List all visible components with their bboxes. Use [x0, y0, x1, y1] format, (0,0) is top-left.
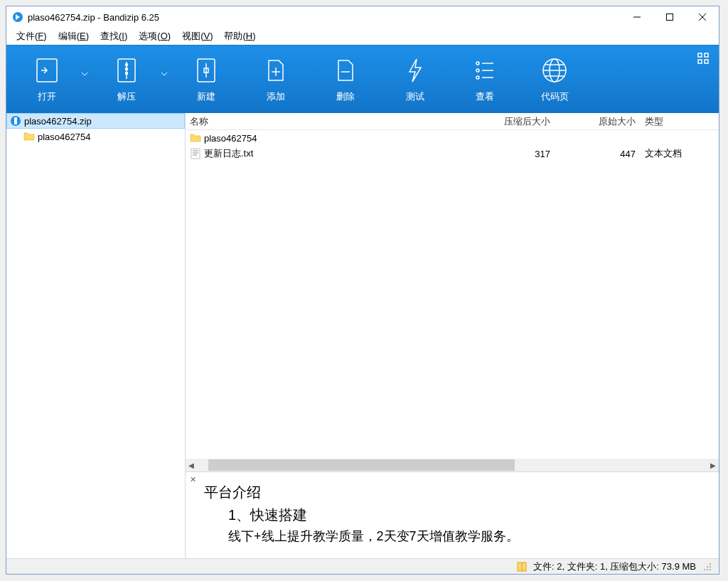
tree-root-label: plaso462754.zip [24, 116, 92, 127]
app-window: plaso462754.zip - Bandizip 6.25 文件(F) 编辑… [6, 6, 719, 575]
svg-rect-34 [191, 149, 200, 159]
preview-line2: 线下+线上提升教学质量，2天变7天增值教学服务。 [204, 526, 712, 547]
test-icon [401, 56, 429, 85]
list-item[interactable]: plaso462754 [186, 130, 719, 146]
codepage-button[interactable]: 代码页 [520, 46, 589, 114]
window-controls [621, 6, 719, 28]
add-icon [262, 56, 290, 85]
menu-find[interactable]: 查找(I) [96, 28, 132, 44]
txt-icon [190, 148, 201, 159]
delete-button[interactable]: 删除 [311, 46, 380, 114]
svg-point-41 [707, 566, 708, 567]
svg-point-42 [710, 566, 711, 567]
menu-help[interactable]: 帮助(H) [220, 28, 259, 44]
svg-rect-31 [705, 60, 708, 63]
file-name: plaso462754 [204, 133, 257, 144]
svg-point-21 [476, 76, 479, 79]
chevron-down-icon [82, 73, 87, 76]
new-icon [192, 56, 220, 85]
svg-point-44 [707, 569, 708, 570]
preview-line1: 1、快速搭建 [204, 503, 712, 526]
new-button[interactable]: 新建 [171, 46, 241, 114]
col-header-type[interactable]: 类型 [641, 115, 719, 128]
scroll-thumb[interactable] [208, 459, 515, 471]
test-button[interactable]: 测试 [380, 46, 450, 114]
preview-title: 平台介绍 [204, 481, 712, 503]
list-item[interactable]: 更新日志.txt 317 447 文本文档 [186, 146, 719, 161]
extract-icon [112, 56, 141, 85]
svg-rect-33 [14, 117, 17, 124]
extract-button[interactable]: 解压 [92, 46, 171, 114]
tree-child[interactable]: plaso462754 [6, 129, 185, 144]
folder-icon [23, 131, 35, 142]
preview-content: 平台介绍 1、快速搭建 线下+线上提升教学质量，2天变7天增值教学服务。 [193, 476, 712, 547]
file-list[interactable]: plaso462754 更新日志.txt 317 447 文本文档 [186, 130, 719, 459]
tree-panel[interactable]: plaso462754.zip plaso462754 [6, 113, 186, 558]
svg-rect-30 [698, 60, 702, 63]
archive-icon [516, 561, 528, 572]
svg-point-10 [126, 72, 128, 74]
zip-icon [10, 115, 21, 127]
statusbar: 文件: 2, 文件夹: 1, 压缩包大小: 73.9 MB [6, 558, 719, 574]
delete-icon [331, 56, 360, 85]
status-text: 文件: 2, 文件夹: 1, 压缩包大小: 73.9 MB [533, 560, 696, 573]
svg-point-8 [126, 63, 128, 65]
menu-options[interactable]: 选项(O) [134, 28, 175, 44]
toolbar: 打开 解压 新建 添加 删除 测试 查看 代码页 [6, 45, 719, 113]
resize-grip-icon[interactable] [702, 561, 713, 572]
menubar: 文件(F) 编辑(E) 查找(I) 选项(O) 视图(V) 帮助(H) [6, 28, 719, 45]
preview-panel: ✕ 平台介绍 1、快速搭建 线下+线上提升教学质量，2天变7天增值教学服务。 [186, 471, 719, 558]
globe-icon [540, 56, 569, 85]
col-header-name[interactable]: 名称 [186, 115, 470, 128]
app-icon [12, 11, 23, 23]
column-headers: 名称 压缩后大小 原始大小 类型 [186, 113, 719, 130]
open-icon [33, 56, 61, 85]
svg-point-19 [476, 69, 479, 72]
col-header-compressed[interactable]: 压缩后大小 [470, 115, 555, 128]
svg-point-43 [704, 569, 705, 570]
horizontal-scrollbar[interactable]: ◄ ► [186, 459, 719, 471]
svg-point-17 [476, 62, 479, 65]
close-button[interactable] [686, 6, 719, 28]
titlebar[interactable]: plaso462754.zip - Bandizip 6.25 [6, 6, 719, 28]
maximize-button[interactable] [653, 6, 686, 28]
view-button[interactable]: 查看 [450, 46, 520, 114]
grid-icon[interactable] [697, 53, 709, 64]
folder-icon [190, 132, 201, 144]
svg-point-45 [710, 569, 711, 570]
svg-rect-29 [705, 53, 708, 57]
scroll-left-icon[interactable]: ◄ [186, 459, 197, 471]
file-name: 更新日志.txt [204, 147, 253, 160]
scroll-right-icon[interactable]: ► [707, 459, 719, 471]
svg-point-40 [710, 563, 711, 565]
list-panel: 名称 压缩后大小 原始大小 类型 plaso462754 [186, 113, 719, 558]
menu-edit[interactable]: 编辑(E) [54, 28, 93, 44]
tree-root[interactable]: plaso462754.zip [6, 113, 185, 129]
col-header-original[interactable]: 原始大小 [555, 115, 641, 128]
svg-rect-28 [698, 53, 702, 57]
menu-file[interactable]: 文件(F) [12, 28, 51, 44]
preview-close-icon[interactable]: ✕ [190, 475, 196, 484]
minimize-button[interactable] [621, 6, 653, 28]
content-area: plaso462754.zip plaso462754 名称 压缩后大小 原始大… [6, 113, 719, 558]
chevron-down-icon [161, 73, 167, 76]
scroll-track[interactable] [197, 459, 707, 471]
open-button[interactable]: 打开 [12, 46, 92, 114]
svg-rect-2 [667, 14, 673, 21]
view-icon [471, 56, 499, 85]
window-title: plaso462754.zip - Bandizip 6.25 [28, 12, 621, 23]
menu-view[interactable]: 视图(V) [178, 28, 217, 44]
tree-child-label: plaso462754 [38, 132, 90, 142]
svg-point-9 [126, 68, 128, 70]
add-button[interactable]: 添加 [241, 46, 311, 114]
